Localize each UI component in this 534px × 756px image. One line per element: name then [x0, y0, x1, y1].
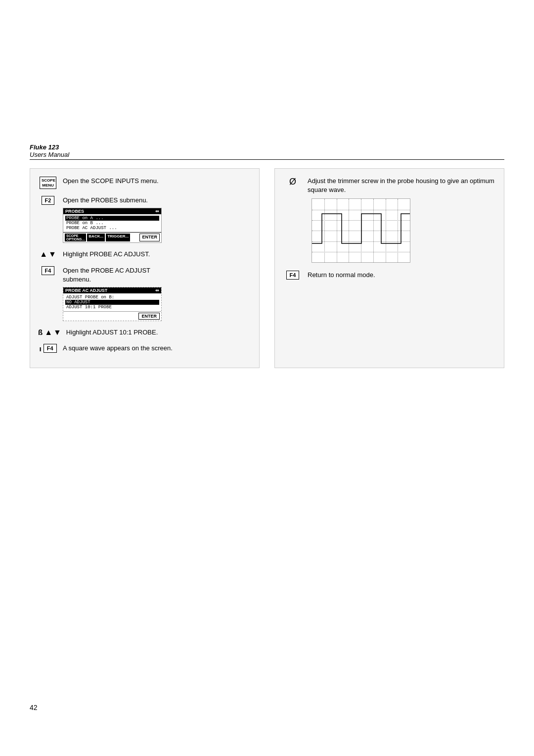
step-f2: F2 Open the PROBES submenu. PROBES ⇔ PRO…	[38, 196, 251, 243]
probe-ac-enter-btn: ENTER	[138, 313, 160, 320]
iota-symbol: ı	[39, 344, 41, 353]
f2-icon: F2	[38, 196, 58, 205]
up-down-arrows-1: ▲ ▼	[40, 250, 56, 259]
step5-text: Highlight ADJUST 10:1 PROBE.	[66, 328, 251, 337]
step-highlight-adjust: ß ▲ ▼ Highlight ADJUST 10:1 PROBE.	[38, 328, 251, 337]
enter-btn: ENTER	[139, 234, 160, 241]
probes-submenu: PROBES ⇔ PROBE on A ... PROBE on B ... P…	[63, 208, 162, 243]
probes-submenu-titlebar: PROBES ⇔	[63, 208, 161, 214]
probes-submenu-items: PROBE on A ... PROBE on B ... PROBE AC A…	[63, 214, 161, 232]
f4-3-icon: F4	[283, 271, 303, 280]
brand-title: Fluke 123	[30, 143, 504, 151]
arrows-1-icon: ▲ ▼	[38, 250, 58, 259]
r-step-return: F4 Return to normal mode.	[283, 271, 496, 280]
up-arrow-2: ▲	[44, 328, 52, 337]
probe-ac-scroll-icon: ⇔	[155, 288, 159, 293]
step-square-wave: ı F4 A square wave appears on the screen…	[38, 344, 251, 353]
omega-icon: Ø	[283, 177, 303, 187]
r-step-adjust: Ø Adjust the trimmer screw in the probe …	[283, 177, 496, 263]
step4-text: Open the PROBE AC ADJUSTsubmenu.	[63, 266, 251, 284]
scope-menu-icon: SCOPEMENU	[38, 177, 58, 189]
probe-ac-title-text: PROBE AC ADJUST	[65, 288, 107, 293]
step-arrows-1: ▲ ▼ Highlight PROBE AC ADJUST.	[38, 250, 251, 259]
left-column: SCOPEMENU Open the SCOPE INPUTS menu. F2…	[30, 168, 260, 368]
probe-ac-footer: ENTER	[63, 311, 161, 321]
probe-ac-submenu: PROBE AC ADJUST ⇔ ADJUST PROBE on B: NO …	[63, 287, 162, 321]
right-column: Ø Adjust the trimmer screw in the probe …	[274, 168, 504, 368]
adjust-10-1-item: ADJUST 10:1 PROBE	[65, 305, 159, 310]
scope-menu-button: SCOPEMENU	[40, 177, 56, 189]
r-step1-text: Adjust the trimmer screw in the probe ho…	[308, 177, 496, 194]
omega-symbol: Ø	[289, 177, 296, 187]
beta-symbol: ß	[38, 328, 43, 336]
f4-3-button: F4	[286, 271, 300, 280]
page-number: 42	[30, 704, 38, 711]
probes-scroll-icon: ⇔	[155, 209, 159, 214]
beta-arrows-icon: ß ▲ ▼	[38, 328, 61, 337]
f2-button: F2	[42, 196, 55, 205]
oscilloscope-grid	[312, 198, 410, 263]
step-scope-menu: SCOPEMENU Open the SCOPE INPUTS menu.	[38, 177, 251, 189]
header-divider	[30, 159, 504, 160]
probe-ac-items: ADJUST PROBE on B: NO ADJUST ADJUST 10:1…	[63, 293, 161, 311]
step1-text: Open the SCOPE INPUTS menu.	[63, 177, 251, 186]
manual-subtitle: Users Manual	[30, 151, 504, 158]
trigger-btn: TRIGGER...	[106, 234, 130, 241]
back-btn: BACK...	[87, 234, 105, 241]
content-area: SCOPEMENU Open the SCOPE INPUTS menu. F2…	[30, 168, 504, 368]
down-arrow-2: ▼	[53, 328, 61, 337]
f4-1-icon: F4	[38, 266, 58, 275]
probe-ac-adjust-item: PROBE AC ADJUST ...	[65, 226, 159, 231]
no-adjust-item: NO ADJUST	[65, 300, 159, 305]
probe-ac-titlebar: PROBE AC ADJUST ⇔	[63, 287, 161, 293]
f4-2-button: F4	[44, 344, 57, 353]
iota-f4-icon: ı F4	[38, 344, 58, 353]
step6-text: A square wave appears on the screen.	[63, 344, 251, 353]
step3-text: Highlight PROBE AC ADJUST.	[63, 250, 251, 259]
step2-text: Open the PROBES submenu.	[63, 196, 251, 205]
square-wave-svg	[312, 199, 410, 263]
probes-submenu-footer: SCOPEOPTIONS... BACK... TRIGGER... ENTER	[63, 232, 161, 242]
scope-options-btn: SCOPEOPTIONS...	[65, 234, 86, 241]
f4-1-button: F4	[42, 266, 55, 275]
r-step2-text: Return to normal mode.	[308, 271, 496, 280]
probe-b-item: PROBE on B ...	[65, 221, 159, 226]
down-arrow: ▼	[48, 250, 56, 259]
up-arrow: ▲	[40, 250, 47, 259]
adjust-probe-b-item: ADJUST PROBE on B:	[65, 295, 159, 300]
up-down-arrows-2: ▲ ▼	[44, 328, 61, 337]
probes-title-text: PROBES	[65, 209, 84, 214]
page-header: Fluke 123 Users Manual	[30, 143, 504, 160]
step-f4-probe-ac: F4 Open the PROBE AC ADJUSTsubmenu. PROB…	[38, 266, 251, 321]
probe-a-item: PROBE on A ...	[65, 216, 159, 221]
